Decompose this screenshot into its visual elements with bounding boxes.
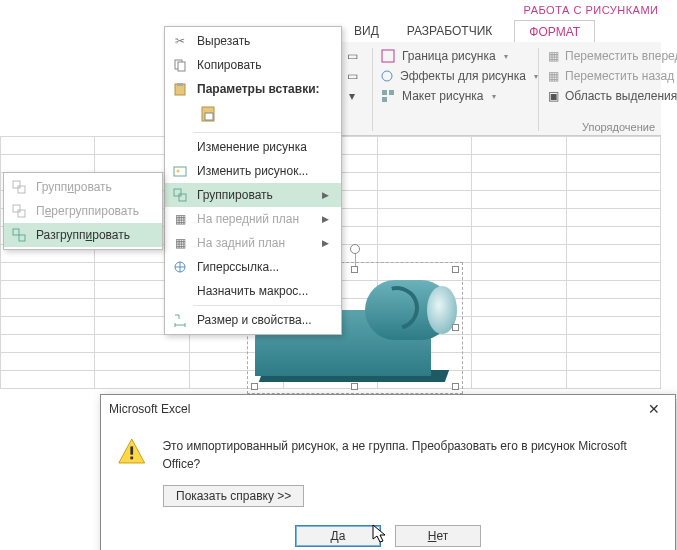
selection-pane-label: Область выделения [565,89,677,103]
resize-handle[interactable] [452,266,459,273]
gallery-item[interactable]: ▭ [340,46,372,66]
ctx-paste-label: Параметры вставки: [197,82,320,96]
ctx-size-properties[interactable]: Размер и свойства... [165,308,341,332]
resize-handle[interactable] [251,383,258,390]
dialog-close-button[interactable]: ✕ [641,401,667,417]
send-back-icon: ▦ [171,234,189,252]
bring-forward-label: Переместить вперед [565,49,677,63]
sub-regroup-label: Перегруппировать [36,204,139,218]
tab-view[interactable]: ВИД [340,20,393,42]
sub-ungroup[interactable]: Разгруппировать [4,223,162,247]
ctx-cut-label: Вырезать [197,34,250,48]
svg-rect-0 [382,50,394,62]
svg-point-12 [177,170,180,173]
svg-rect-4 [382,97,387,102]
ctx-hyperlink-label: Гиперссылка... [197,260,279,274]
picture-border-button[interactable]: Граница рисунка▾ [376,46,536,66]
no-button[interactable]: Нет [395,525,481,547]
tab-developer[interactable]: РАЗРАБОТЧИК [393,20,507,42]
layout-icon [380,88,396,104]
group-icon [10,178,28,196]
svg-rect-16 [13,181,20,188]
tools-contextual-title: РАБОТА С РИСУНКАМИ [521,0,661,20]
ctx-group[interactable]: Группировать ▶ [165,183,341,207]
ctx-cut[interactable]: ✂ Вырезать [165,29,341,53]
border-icon [380,48,396,64]
chevron-right-icon: ▶ [322,190,329,200]
picture-effects-button[interactable]: Эффекты для рисунка▾ [376,66,536,86]
ctx-change-picture-2-label: Изменить рисунок... [197,164,308,178]
picture-effects-label: Эффекты для рисунка [400,69,526,83]
ctx-change-picture[interactable]: Изменение рисунка [165,135,341,159]
ctx-bring-front[interactable]: ▦ На передний план ▶ [165,207,341,231]
picture-border-label: Граница рисунка [402,49,496,63]
picture-layout-button[interactable]: Макет рисунка▾ [376,86,536,106]
sub-group-label: Группировать [36,180,112,194]
cut-icon: ✂ [171,32,189,50]
svg-rect-11 [174,167,186,176]
group-icon [171,186,189,204]
svg-rect-2 [382,90,387,95]
ctx-size-label: Размер и свойства... [197,313,312,327]
svg-rect-21 [19,235,25,241]
svg-rect-13 [174,189,181,196]
size-icon [171,311,189,329]
ctx-copy[interactable]: Копировать [165,53,341,77]
arrange-group-label: Упорядочение [582,121,655,133]
selection-pane-button[interactable]: ▣ Область выделения [544,86,674,106]
send-backward-label: Переместить назад [565,69,674,83]
svg-rect-10 [205,113,213,120]
selection-pane-icon: ▣ [548,88,559,104]
ctx-send-back[interactable]: ▦ На задний план ▶ [165,231,341,255]
cursor-icon [372,524,388,544]
svg-rect-19 [18,210,25,217]
sub-ungroup-label: Разгруппировать [36,228,130,242]
svg-rect-14 [179,194,186,201]
gallery-dropdown[interactable]: ▾ [340,86,372,106]
ctx-group-label: Группировать [197,188,273,202]
chevron-right-icon: ▶ [322,214,329,224]
resize-handle[interactable] [452,324,459,331]
bring-forward-button[interactable]: ▦ Переместить вперед [544,46,674,66]
dialog-title: Microsoft Excel [109,402,190,416]
tab-format[interactable]: ФОРМАТ [514,20,595,42]
sub-group[interactable]: Группировать [4,175,162,199]
bring-forward-icon: ▦ [548,48,559,64]
resize-handle[interactable] [351,266,358,273]
resize-handle[interactable] [351,383,358,390]
paste-icon [171,80,189,98]
warning-icon [117,437,146,465]
show-help-button[interactable]: Показать справку >> [163,485,304,507]
paste-option-picture[interactable] [197,103,221,125]
svg-rect-22 [130,446,133,454]
bring-front-icon: ▦ [171,210,189,228]
group-submenu: Группировать Перегруппировать Разгруппир… [3,172,163,250]
svg-point-1 [382,71,392,81]
gallery-item[interactable]: ▭ [340,66,372,86]
sub-regroup[interactable]: Перегруппировать [4,199,162,223]
resize-handle[interactable] [452,383,459,390]
ribbon-tabs: ВИД РАЗРАБОТЧИК ФОРМАТ [340,20,661,42]
ctx-assign-macro[interactable]: Назначить макрос... [165,279,341,303]
svg-rect-20 [13,229,19,235]
svg-rect-18 [13,205,20,212]
yes-button[interactable]: Да [295,525,381,547]
rotate-handle[interactable] [350,244,360,254]
confirm-dialog: Microsoft Excel ✕ Это импортированный ри… [100,394,676,550]
copy-icon [171,56,189,74]
ctx-change-picture-2[interactable]: Изменить рисунок... [165,159,341,183]
chevron-right-icon: ▶ [322,238,329,248]
ctx-bring-front-label: На передний план [197,212,299,226]
hyperlink-icon [171,258,189,276]
svg-rect-23 [130,457,133,460]
ctx-hyperlink[interactable]: Гиперссылка... [165,255,341,279]
change-picture-icon [171,162,189,180]
svg-rect-6 [178,62,185,71]
ctx-paste-options: Параметры вставки: [165,77,341,101]
ctx-copy-label: Копировать [197,58,262,72]
picture-layout-label: Макет рисунка [402,89,484,103]
ctx-change-picture-label: Изменение рисунка [197,140,307,154]
context-menu: ✂ Вырезать Копировать Параметры вставки:… [164,26,342,335]
send-backward-button[interactable]: ▦ Переместить назад [544,66,674,86]
ungroup-icon [10,226,28,244]
